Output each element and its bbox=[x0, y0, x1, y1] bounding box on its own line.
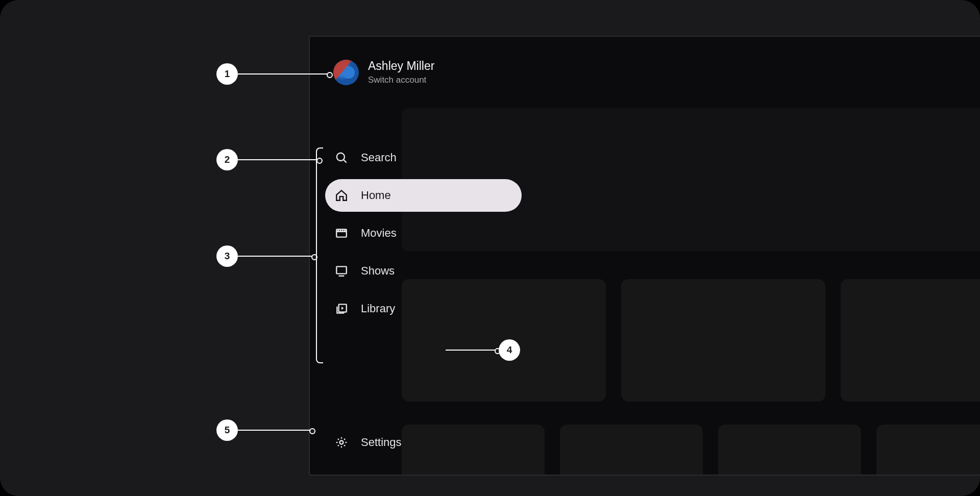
svg-point-7 bbox=[340, 441, 344, 444]
annotation-marker-2: 2 bbox=[216, 149, 238, 170]
content-card bbox=[718, 425, 861, 476]
annotation-leader-2 bbox=[238, 159, 321, 160]
content-card bbox=[841, 279, 980, 402]
profile-name: Ashley Miller bbox=[368, 59, 434, 73]
avatar bbox=[333, 60, 359, 85]
annotation-marker-4: 4 bbox=[499, 339, 520, 361]
annotation-leader-4 bbox=[446, 350, 499, 351]
svg-rect-3 bbox=[336, 266, 347, 274]
tv-panel: Ashley Miller Switch account Search Home bbox=[309, 36, 980, 476]
nav-item-library[interactable]: Library bbox=[325, 292, 427, 325]
annotation-marker-5: 5 bbox=[216, 419, 238, 441]
nav-label: Home bbox=[361, 189, 391, 202]
nav-item-movies[interactable]: Movies bbox=[325, 217, 427, 250]
annotation-leader-3 bbox=[238, 256, 315, 257]
nav-item-search[interactable]: Search bbox=[325, 141, 427, 174]
annotation-marker-3: 3 bbox=[216, 245, 238, 267]
nav-item-settings[interactable]: Settings bbox=[325, 426, 427, 459]
switch-account-label: Switch account bbox=[368, 75, 434, 85]
nav-label: Search bbox=[361, 151, 397, 164]
tv-icon bbox=[334, 264, 349, 278]
nav-label: Shows bbox=[361, 264, 395, 278]
documentation-frame: 1 2 3 4 5 As bbox=[0, 0, 980, 496]
gear-icon bbox=[334, 435, 349, 450]
annotation-bracket bbox=[316, 147, 323, 363]
nav-item-shows[interactable]: Shows bbox=[325, 255, 427, 287]
annotation-leader-1 bbox=[238, 73, 331, 75]
navigation-drawer: Search Home Movies Shows bbox=[325, 141, 522, 325]
search-icon bbox=[334, 151, 349, 165]
nav-item-home[interactable]: Home bbox=[325, 179, 522, 212]
card-row-2 bbox=[402, 425, 980, 476]
nav-label: Library bbox=[361, 302, 395, 315]
svg-point-0 bbox=[337, 153, 345, 161]
svg-marker-6 bbox=[341, 307, 344, 310]
movie-icon bbox=[334, 226, 349, 240]
annotation-leader-5 bbox=[238, 430, 313, 431]
svg-line-1 bbox=[344, 160, 346, 162]
content-card bbox=[560, 425, 703, 476]
profile-switcher[interactable]: Ashley Miller Switch account bbox=[333, 59, 434, 85]
nav-label: Settings bbox=[361, 436, 402, 449]
content-card bbox=[876, 425, 980, 476]
content-card bbox=[621, 279, 825, 402]
library-icon bbox=[334, 302, 349, 316]
nav-label: Movies bbox=[361, 227, 397, 240]
annotation-marker-1: 1 bbox=[216, 63, 238, 85]
home-icon bbox=[334, 188, 349, 203]
